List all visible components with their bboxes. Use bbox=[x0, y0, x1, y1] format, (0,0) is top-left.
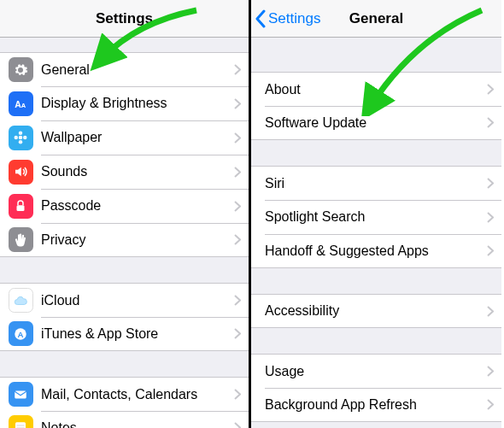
svg-text:A: A bbox=[21, 102, 26, 109]
chevron-right-icon bbox=[226, 422, 249, 428]
row-icloud[interactable]: iCloud bbox=[0, 283, 249, 317]
row-privacy[interactable]: Privacy bbox=[0, 223, 249, 257]
row-label-passcode: Passcode bbox=[41, 198, 226, 214]
row-label-itunes: iTunes & App Store bbox=[41, 326, 226, 342]
row-label-swupdate: Software Update bbox=[251, 115, 479, 131]
row-accessibility[interactable]: Accessibility bbox=[251, 294, 501, 328]
row-label-wallpaper: Wallpaper bbox=[41, 130, 226, 145]
row-label-mail: Mail, Contacts, Calendars bbox=[41, 387, 226, 402]
row-label-about: About bbox=[251, 82, 479, 97]
row-label-display: Display & Brightness bbox=[41, 96, 226, 111]
chevron-right-icon bbox=[226, 64, 249, 75]
svg-rect-7 bbox=[17, 205, 25, 211]
lock-icon bbox=[9, 194, 33, 219]
chevron-right-icon bbox=[479, 306, 501, 317]
chevron-right-icon bbox=[479, 399, 501, 410]
chevron-right-icon bbox=[226, 167, 249, 178]
flower-icon bbox=[9, 126, 33, 150]
row-label-general: General bbox=[41, 62, 226, 78]
chevron-right-icon bbox=[226, 389, 249, 400]
svg-rect-10 bbox=[15, 390, 26, 398]
row-bgrefresh[interactable]: Background App Refresh bbox=[251, 388, 501, 422]
row-label-handoff: Handoff & Suggested Apps bbox=[251, 243, 479, 259]
gear-icon bbox=[9, 57, 33, 82]
settings-pane: Settings GeneralAADisplay & BrightnessWa… bbox=[0, 0, 251, 428]
svg-point-3 bbox=[19, 132, 23, 136]
svg-point-6 bbox=[23, 136, 27, 140]
chevron-right-icon bbox=[226, 98, 249, 109]
speaker-icon bbox=[9, 160, 33, 185]
row-notes[interactable]: Notes bbox=[0, 411, 249, 428]
row-spotlight[interactable]: Spotlight Search bbox=[251, 200, 501, 234]
notes-icon bbox=[9, 415, 33, 428]
row-label-spotlight: Spotlight Search bbox=[251, 209, 479, 225]
chevron-right-icon bbox=[226, 201, 249, 212]
row-label-usage: Usage bbox=[251, 364, 479, 379]
row-label-accessibility: Accessibility bbox=[251, 303, 479, 319]
svg-point-4 bbox=[19, 140, 23, 144]
back-button[interactable]: Settings bbox=[255, 0, 320, 38]
general-pane: Settings General AboutSoftware Update Si… bbox=[251, 0, 501, 428]
cloud-icon bbox=[9, 288, 33, 313]
svg-point-2 bbox=[19, 136, 23, 140]
row-siri[interactable]: Siri bbox=[251, 166, 501, 200]
chevron-right-icon bbox=[479, 84, 501, 95]
mail-icon bbox=[9, 382, 33, 407]
row-label-sounds: Sounds bbox=[41, 164, 226, 179]
svg-text:A: A bbox=[17, 329, 23, 338]
row-label-icloud: iCloud bbox=[41, 293, 226, 308]
row-sounds[interactable]: Sounds bbox=[0, 155, 249, 189]
row-handoff[interactable]: Handoff & Suggested Apps bbox=[251, 234, 501, 268]
row-swupdate[interactable]: Software Update bbox=[251, 106, 501, 140]
row-wallpaper[interactable]: Wallpaper bbox=[0, 120, 249, 155]
row-usage[interactable]: Usage bbox=[251, 354, 501, 388]
chevron-left-icon bbox=[255, 9, 267, 28]
row-label-siri: Siri bbox=[251, 176, 479, 191]
row-display[interactable]: AADisplay & Brightness bbox=[0, 86, 249, 120]
chevron-right-icon bbox=[479, 245, 501, 256]
chevron-right-icon bbox=[479, 117, 501, 128]
navbar-left: Settings bbox=[0, 0, 249, 38]
row-label-notes: Notes bbox=[41, 420, 226, 429]
chevron-right-icon bbox=[479, 366, 501, 377]
row-mail[interactable]: Mail, Contacts, Calendars bbox=[0, 377, 249, 411]
row-passcode[interactable]: Passcode bbox=[0, 189, 249, 223]
navbar-right: Settings General bbox=[251, 0, 501, 38]
chevron-right-icon bbox=[226, 295, 249, 306]
chevron-right-icon bbox=[226, 234, 249, 245]
row-general[interactable]: General bbox=[0, 52, 249, 86]
chevron-right-icon bbox=[479, 212, 501, 223]
textsize-icon: AA bbox=[9, 91, 33, 116]
row-about[interactable]: About bbox=[251, 72, 501, 106]
hand-icon bbox=[9, 227, 33, 252]
row-label-bgrefresh: Background App Refresh bbox=[251, 397, 479, 413]
chevron-right-icon bbox=[226, 132, 249, 144]
appstore-icon: A bbox=[9, 321, 33, 346]
chevron-right-icon bbox=[479, 178, 501, 189]
row-itunes[interactable]: AiTunes & App Store bbox=[0, 317, 249, 351]
chevron-right-icon bbox=[226, 328, 249, 339]
svg-point-5 bbox=[15, 136, 19, 140]
page-title-left: Settings bbox=[96, 10, 153, 27]
page-title-right: General bbox=[349, 10, 403, 27]
row-label-privacy: Privacy bbox=[41, 232, 226, 248]
back-label: Settings bbox=[268, 10, 320, 27]
